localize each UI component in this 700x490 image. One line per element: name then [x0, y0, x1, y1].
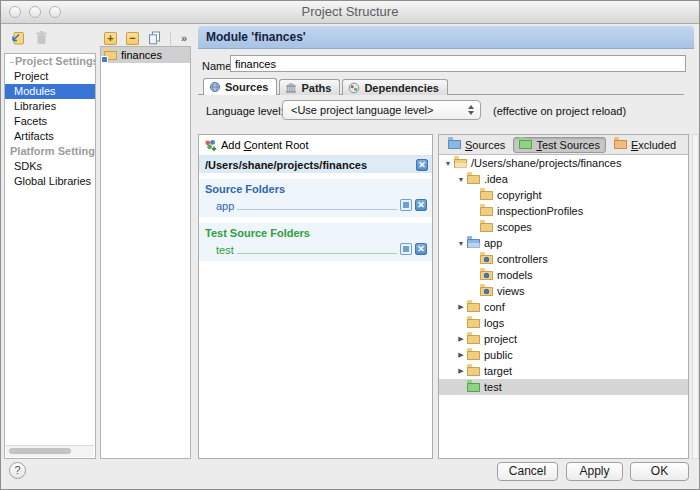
tree-row-public[interactable]: ▶public: [439, 347, 688, 363]
tree-row-models[interactable]: models: [439, 267, 688, 283]
expand-icon[interactable]: ▶: [456, 335, 466, 343]
window-title: Project Structure: [1, 1, 699, 23]
folder-entry-test[interactable]: test✕: [199, 241, 432, 257]
tree-row-scopes[interactable]: scopes: [439, 219, 688, 235]
editor-tabs: SourcesPathsDependencies: [203, 78, 450, 95]
language-level-select[interactable]: <Use project language level>: [282, 100, 481, 120]
toggle-excluded[interactable]: Excluded: [608, 137, 682, 153]
tree-row-project[interactable]: ▶project: [439, 331, 688, 347]
folder-icon: [467, 175, 480, 184]
tree-row-conf[interactable]: ▶conf: [439, 299, 688, 315]
tree-row-label: test: [484, 381, 502, 393]
folder-icon: [467, 319, 480, 328]
close-window-button[interactable]: [9, 6, 21, 18]
folder-icon: [480, 255, 493, 264]
sidebar-section-header: Project Settings: [5, 54, 95, 69]
module-editor-title: Module 'finances': [198, 26, 694, 48]
minimize-window-button[interactable]: [29, 6, 41, 18]
tree-row-idea[interactable]: ▼.idea: [439, 171, 688, 187]
tab-dependencies[interactable]: Dependencies: [342, 79, 448, 95]
tree-row-label: logs: [484, 317, 504, 329]
tree-row-users-shane-projects-finances[interactable]: ▼/Users/shane/projects/finances: [439, 155, 688, 171]
vertical-scrollbar[interactable]: [692, 134, 699, 459]
sidebar-item-libraries[interactable]: Libraries: [5, 99, 95, 114]
tree-row-target[interactable]: ▶target: [439, 363, 688, 379]
content-root-card: /Users/shane/projects/finances✕Source Fo…: [199, 156, 432, 261]
tree-row-controllers[interactable]: controllers: [439, 251, 688, 267]
folder-properties-icon[interactable]: [400, 199, 412, 211]
copy-icon[interactable]: [148, 31, 161, 45]
add-module-icon: [9, 30, 25, 50]
remove-icon[interactable]: −: [126, 32, 139, 45]
ok-button[interactable]: OK: [630, 462, 689, 481]
apply-button[interactable]: Apply: [566, 462, 623, 481]
tree-row-views[interactable]: views: [439, 283, 688, 299]
module-list-item-finances[interactable]: finances: [101, 47, 190, 63]
remove-folder-icon[interactable]: ✕: [415, 243, 427, 255]
content-roots-panel: Add Content Root /Users/shane/projects/f…: [198, 134, 433, 459]
tree-row-label: views: [497, 285, 525, 297]
sidebar-item-project[interactable]: Project: [5, 69, 95, 84]
folder-category-toggles: SourcesTest SourcesExcluded: [439, 135, 688, 155]
module-label: finances: [121, 49, 162, 61]
tree-row-label: app: [484, 237, 502, 249]
tree-row-test[interactable]: test: [439, 379, 688, 395]
help-button[interactable]: ?: [9, 462, 26, 479]
collapse-icon[interactable]: ▼: [456, 240, 466, 247]
sidebar-item-facets[interactable]: Facets: [5, 114, 95, 129]
more-actions-icon[interactable]: »: [181, 32, 187, 45]
tree-row-logs[interactable]: logs: [439, 315, 688, 331]
toggle-sources[interactable]: Sources: [442, 137, 511, 153]
collapse-icon[interactable]: ▼: [443, 160, 453, 167]
section-title: Test Source Folders: [199, 226, 432, 241]
tree-row-inspectionprofiles[interactable]: inspectionProfiles: [439, 203, 688, 219]
remove-content-root-icon[interactable]: ✕: [416, 159, 428, 171]
sidebar-item-artifacts[interactable]: Artifacts: [5, 129, 95, 144]
tree-row-label: /Users/shane/projects/finances: [471, 157, 621, 169]
tree-row-label: copyright: [497, 189, 542, 201]
settings-sidebar: Project SettingsProjectModulesLibrariesF…: [4, 53, 96, 459]
tree-row-label: inspectionProfiles: [497, 205, 583, 217]
tree-row-label: .idea: [484, 173, 508, 185]
trash-icon: [34, 30, 49, 50]
toggle-test-sources[interactable]: Test Sources: [513, 137, 606, 153]
window-controls: [9, 6, 61, 18]
sidebar-item-global-libraries[interactable]: Global Libraries: [5, 174, 95, 189]
horizontal-scrollbar[interactable]: [6, 445, 94, 457]
cancel-button[interactable]: Cancel: [497, 462, 558, 481]
sidebar-item-modules[interactable]: Modules: [5, 84, 95, 99]
module-editor-header: Module 'finances': [198, 26, 694, 49]
collapse-icon[interactable]: ▼: [456, 176, 466, 183]
delete-button[interactable]: [34, 30, 49, 50]
add-module-button[interactable]: [9, 30, 25, 50]
module-name-input[interactable]: [230, 55, 686, 72]
add-content-root-label: Add Content Root: [221, 139, 308, 151]
tree-row-copyright[interactable]: copyright: [439, 187, 688, 203]
tab-paths[interactable]: Paths: [279, 79, 340, 95]
scrollbar-thumb[interactable]: [9, 448, 71, 454]
content-root-header[interactable]: /Users/shane/projects/finances✕: [199, 156, 432, 173]
add-content-root-button[interactable]: Add Content Root: [199, 135, 432, 156]
tree-row-app[interactable]: ▼app: [439, 235, 688, 251]
folder-icon: [467, 239, 480, 248]
zoom-window-button[interactable]: [49, 6, 61, 18]
remove-folder-icon[interactable]: ✕: [415, 199, 427, 211]
expand-icon[interactable]: ▶: [456, 351, 466, 359]
folder-icon: [480, 207, 493, 216]
language-level-note: (effective on project reload): [493, 105, 626, 117]
folder-icon: [467, 335, 480, 344]
tab-sources[interactable]: Sources: [203, 78, 277, 95]
sidebar-item-sdks[interactable]: SDKs: [5, 159, 95, 174]
sidebar-section-header: Platform Settings: [5, 144, 95, 159]
folder-entry-app[interactable]: app✕: [199, 197, 432, 213]
tree-row-label: scopes: [497, 221, 532, 233]
add-icon[interactable]: +: [104, 32, 117, 45]
sources-tab-icon: [209, 81, 221, 93]
project-structure-dialog: Project Structure + − » Project Settings…: [0, 0, 700, 490]
toggle-label: Sources: [465, 139, 505, 151]
folder-icon: [480, 287, 493, 296]
expand-icon[interactable]: ▶: [456, 303, 466, 311]
expand-icon[interactable]: ▶: [456, 367, 466, 375]
folder-properties-icon[interactable]: [400, 243, 412, 255]
content-root-path: /Users/shane/projects/finances: [205, 159, 416, 171]
